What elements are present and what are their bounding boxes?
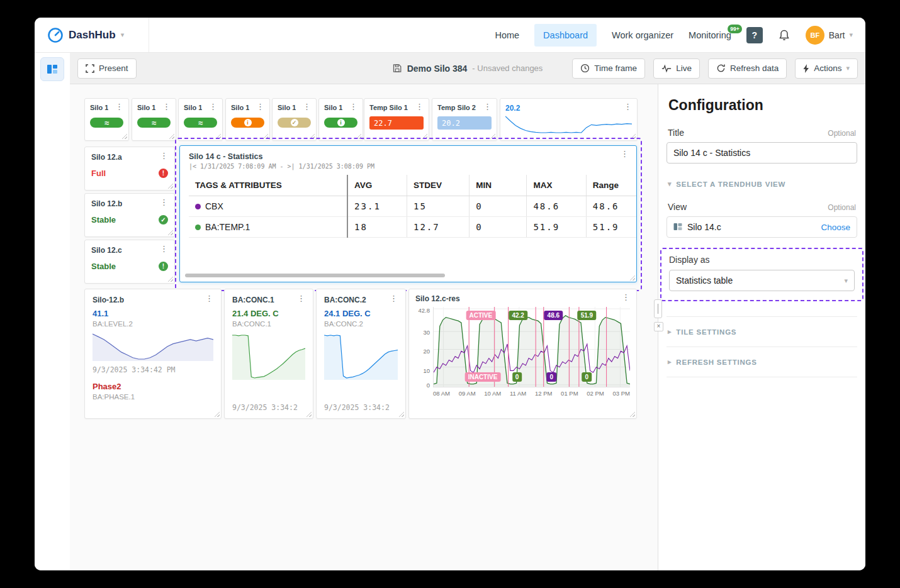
present-button[interactable]: Present: [77, 58, 137, 79]
tile-silo-small-4[interactable]: Silo 1⋮ i: [225, 98, 270, 141]
series-color-dot: [195, 225, 201, 230]
kebab-menu-icon[interactable]: ⋮: [347, 104, 357, 110]
tile-title: Temp Silo 2: [437, 104, 476, 111]
refresh-data-button[interactable]: Refresh data: [708, 58, 787, 79]
choose-view-link[interactable]: Choose: [821, 223, 850, 232]
resize-handle-icon[interactable]: [167, 276, 173, 282]
kebab-menu-icon[interactable]: ⋮: [158, 153, 168, 159]
info-icon: i: [244, 119, 252, 126]
notifications-button[interactable]: [778, 29, 790, 42]
nav-work-organizer[interactable]: Work organizer: [612, 30, 673, 40]
kebab-menu-icon[interactable]: ⋮: [254, 104, 264, 110]
refresh-settings-toggle[interactable]: ▸ REFRESH SETTINGS: [667, 347, 857, 377]
table-row[interactable]: CBX 23.1 15 0 48.6 48.6: [189, 196, 636, 217]
trend-current-value: 20.2: [505, 104, 520, 113]
kebab-menu-icon[interactable]: ⋮: [160, 104, 171, 110]
sparkline-chart: [232, 333, 305, 380]
resize-handle-icon[interactable]: [629, 411, 635, 417]
tile-title: Silo 1: [184, 104, 202, 111]
tile-silo-small-6[interactable]: Silo 1⋮ i: [318, 98, 363, 141]
dashboard-layout-button[interactable]: [40, 57, 64, 81]
horizontal-scrollbar[interactable]: [185, 274, 445, 277]
resize-handle-icon[interactable]: [629, 275, 635, 280]
configuration-panel: × Configuration Title Optional ▾ SELECT …: [658, 84, 865, 570]
tile-title: Silo 1: [231, 104, 249, 111]
min-value: 0: [470, 217, 527, 238]
sparkline-chart: [505, 114, 632, 135]
chevron-down-icon: ▾: [846, 64, 850, 72]
panel-close-button[interactable]: ×: [654, 322, 663, 331]
toolbar-actions: Time frame Live Refresh data: [572, 58, 858, 79]
avg-value: 23.1: [347, 196, 407, 217]
kebab-menu-icon[interactable]: ⋮: [388, 296, 398, 302]
left-rail: [35, 53, 70, 570]
range-value: 48.6: [586, 196, 636, 217]
tile-statistics[interactable]: Silo 14 c - Statistics |< 1/31/2025 7:08…: [179, 145, 637, 282]
min-value: 0: [470, 196, 527, 217]
status-indicator-bar: ≈: [137, 118, 171, 128]
kebab-menu-icon[interactable]: ⋮: [301, 104, 311, 110]
kebab-menu-icon[interactable]: ⋮: [158, 246, 168, 252]
kebab-menu-icon[interactable]: ⋮: [622, 104, 632, 110]
resize-handle-icon[interactable]: [167, 183, 173, 189]
help-button[interactable]: ?: [746, 27, 763, 43]
table-row[interactable]: BA:TEMP.1 18 12.7 0 51.9 51.9: [189, 217, 636, 238]
series-color-dot: [195, 204, 201, 209]
kebab-menu-icon[interactable]: ⋮: [158, 199, 168, 206]
tile-temp-silo-2[interactable]: Temp Silo 2⋮ 20.2: [432, 98, 497, 141]
nav-monitoring[interactable]: Monitoring 99+: [689, 30, 731, 40]
alert-badge-icon: !: [159, 169, 168, 178]
time-frame-button[interactable]: Time frame: [572, 58, 645, 79]
kebab-menu-icon[interactable]: ⋮: [207, 104, 217, 110]
temp-value-bar: 20.2: [437, 116, 492, 130]
stdev-value: 12.7: [407, 217, 469, 238]
user-menu[interactable]: BF Bart ▾: [806, 26, 853, 45]
tile-silo-12b[interactable]: Silo 12.b⋮ Stable ✓: [84, 193, 175, 237]
resize-handle-icon[interactable]: [398, 411, 404, 417]
tile-silo-small-5[interactable]: Silo 1⋮ ✓: [272, 98, 317, 141]
kebab-menu-icon[interactable]: ⋮: [619, 151, 629, 157]
chevron-down-icon: ▾: [849, 31, 853, 39]
time-series-chart[interactable]: ACTIVE 42.2 48.6 51.9 INACTIVE 0 0 0: [433, 307, 630, 387]
kebab-menu-icon[interactable]: ⋮: [481, 104, 492, 110]
title-input[interactable]: [667, 142, 857, 164]
resize-handle-icon[interactable]: [121, 133, 127, 139]
tile-silo-small-3[interactable]: Silo 1⋮ ≈: [178, 98, 223, 141]
kebab-menu-icon[interactable]: ⋮: [295, 296, 305, 302]
tile-silo-12b-detail[interactable]: Silo-12.b⋮ 41.1 BA:LEVEL.2 9/3/2025 3:34…: [84, 289, 222, 419]
range-value: 51.9: [586, 217, 636, 238]
resize-handle-icon[interactable]: [169, 133, 174, 139]
resize-handle-icon[interactable]: [167, 230, 173, 235]
tile-ba-conc-1[interactable]: BA:CONC.1⋮ 21.4 DEG. C BA:CONC.1 9/3/202…: [224, 289, 313, 419]
display-as-value: Statistics table: [676, 275, 733, 286]
avatar: BF: [806, 26, 824, 45]
tile-silo-12c-res[interactable]: Silo 12.c-res⋮ 42.8 30 20 10 0 ACTIVE: [408, 289, 637, 419]
resize-handle-icon[interactable]: [214, 411, 220, 417]
tile-temp-silo-1[interactable]: Temp Silo 1⋮ 22.7: [364, 98, 429, 141]
resize-handle-icon[interactable]: [306, 411, 312, 417]
actions-button[interactable]: Actions ▾: [795, 58, 858, 79]
kebab-menu-icon[interactable]: ⋮: [113, 104, 123, 110]
state-badge: INACTIVE: [465, 372, 501, 382]
kebab-menu-icon[interactable]: ⋮: [413, 104, 424, 110]
tile-settings-toggle[interactable]: ▸ TILE SETTINGS: [667, 316, 857, 347]
tile-silo-12c[interactable]: Silo 12.c⋮ Stable !: [84, 240, 175, 284]
trendhub-section-toggle[interactable]: ▾ SELECT A TRENDHUB VIEW: [667, 180, 857, 188]
panel-resize-grip[interactable]: [654, 299, 662, 318]
nav-dashboard[interactable]: Dashboard: [534, 24, 597, 47]
tile-ba-conc-2[interactable]: BA:CONC.2⋮ 24.1 DEG. C BA:CONC.2 9/3/202…: [316, 289, 406, 419]
kebab-menu-icon[interactable]: ⋮: [620, 294, 630, 301]
tile-silo-small-2[interactable]: Silo 1⋮ ≈: [132, 98, 176, 141]
brand[interactable]: DashHub ▾: [35, 18, 149, 52]
ok-badge-icon: ✓: [159, 215, 168, 225]
save-icon[interactable]: [393, 64, 402, 73]
display-as-select[interactable]: Statistics table ▾: [669, 270, 855, 291]
live-button[interactable]: Live: [653, 58, 700, 79]
tile-trend-small[interactable]: 20.2⋮: [500, 98, 638, 141]
tile-silo-12a[interactable]: Silo 12.a⋮ Full !: [84, 147, 175, 191]
y-axis-labels: 42.8 30 20 10 0: [415, 307, 433, 387]
kebab-menu-icon[interactable]: ⋮: [203, 296, 213, 302]
tile-silo-small-1[interactable]: Silo 1⋮ ≈: [84, 98, 129, 141]
title-field-label: Title: [668, 128, 684, 138]
nav-home[interactable]: Home: [495, 30, 519, 40]
